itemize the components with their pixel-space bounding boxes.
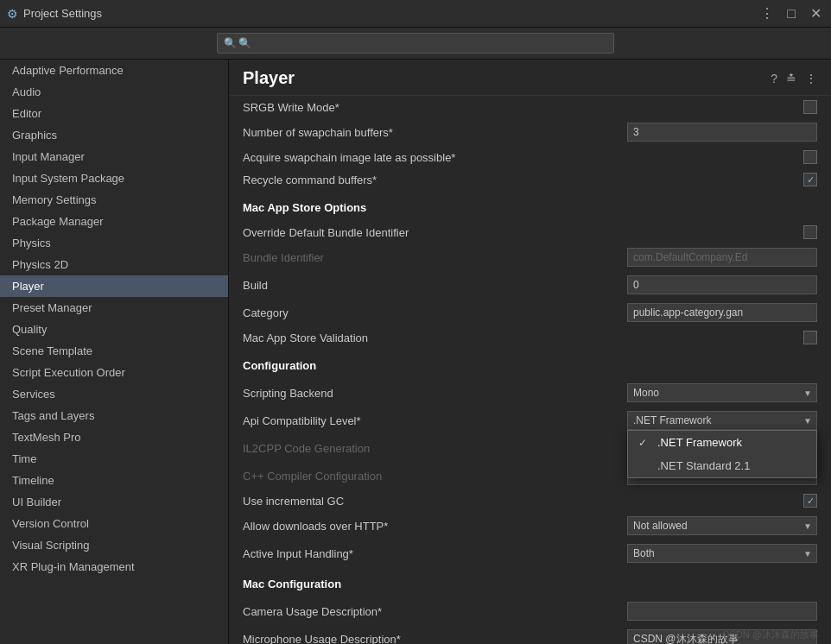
- sidebar-item-editor[interactable]: Editor: [0, 103, 228, 124]
- sidebar-item-graphics[interactable]: Graphics: [0, 124, 228, 146]
- setting-row-camera-usage: Camera Usage Description*: [243, 597, 817, 625]
- setting-label-category: Category: [243, 306, 627, 319]
- setting-label-allow-downloads: Allow downloads over HTTP*: [243, 520, 627, 533]
- setting-label-acquire-swapchain: Acquire swapchain image late as possible…: [243, 151, 803, 164]
- setting-label-active-input: Active Input Handling*: [243, 547, 627, 560]
- search-input[interactable]: [217, 33, 614, 54]
- sidebar-item-script-execution-order[interactable]: Script Execution Order: [0, 362, 228, 383]
- section-title-mac-app-store: Mac App Store Options: [243, 191, 817, 221]
- title-bar: ⚙ Project Settings ⋮ □ ✕: [0, 0, 831, 28]
- setting-row-bundle-identifier: Bundle Identifier: [243, 243, 817, 271]
- sidebar-item-memory-settings[interactable]: Memory Settings: [0, 189, 228, 211]
- sidebar-item-physics[interactable]: Physics: [0, 232, 228, 254]
- section-mac-app-store: Mac App Store OptionsOverride Default Bu…: [229, 191, 831, 349]
- setting-label-build: Build: [243, 279, 627, 292]
- sidebar-item-adaptive-performance[interactable]: Adaptive Performance: [0, 60, 228, 81]
- maximize-button[interactable]: □: [783, 5, 800, 22]
- setting-row-scripting-backend: Scripting BackendMono▼: [243, 379, 817, 407]
- checkbox-mac-app-store-validation[interactable]: [803, 331, 817, 344]
- sidebar-item-player[interactable]: Player: [0, 275, 228, 297]
- sidebar-item-input-manager[interactable]: Input Manager: [0, 146, 228, 167]
- setting-label-incremental-gc: Use incremental GC: [243, 495, 803, 508]
- setting-value-allow-downloads: Not allowed▼: [627, 516, 817, 535]
- setting-label-bundle-identifier: Bundle Identifier: [243, 251, 627, 264]
- page-title: Player: [243, 68, 295, 88]
- text-input-build[interactable]: [627, 275, 817, 294]
- search-bar: 🔍: [0, 28, 831, 60]
- sidebar-item-xr-plugin-management[interactable]: XR Plug-in Management: [0, 556, 228, 578]
- menu-icon[interactable]: ⋮: [805, 72, 817, 85]
- sidebar-item-package-manager[interactable]: Package Manager: [0, 211, 228, 232]
- sidebar-item-tags-and-layers[interactable]: Tags and Layers: [0, 405, 228, 426]
- setting-value-override-bundle: [803, 225, 817, 239]
- sidebar-item-physics-2d[interactable]: Physics 2D: [0, 254, 228, 275]
- setting-value-category: [627, 303, 817, 322]
- setting-label-recycle-command: Recycle command buffers*: [243, 174, 803, 186]
- setting-row-build: Build: [243, 271, 817, 299]
- window-controls: ⋮ □ ✕: [758, 5, 824, 22]
- setting-value-bundle-identifier: [627, 248, 817, 267]
- dropdown-allow-downloads[interactable]: Not allowed: [627, 516, 817, 535]
- setting-row-acquire-swapchain: Acquire swapchain image late as possible…: [243, 146, 817, 168]
- text-input-bundle-identifier[interactable]: [627, 248, 817, 267]
- setting-row-recycle-command: Recycle command buffers*: [243, 168, 817, 191]
- setting-value-mac-app-store-validation: [803, 331, 817, 344]
- popup-item-net-framework[interactable]: ✓.NET Framework: [628, 431, 816, 454]
- text-input-category[interactable]: [627, 303, 817, 322]
- watermark: CSDN @沐沐森的故事: [723, 628, 819, 641]
- window-title: Project Settings: [23, 7, 102, 20]
- text-input-camera-usage[interactable]: [627, 602, 817, 621]
- checkbox-srgb-write-mode[interactable]: [803, 100, 817, 114]
- dropdown-api-compatibility[interactable]: .NET Framework: [627, 411, 817, 430]
- setting-row-mac-app-store-validation: Mac App Store Validation: [243, 326, 817, 349]
- setting-value-api-compatibility: .NET Framework▼✓.NET Framework.NET Stand…: [627, 411, 817, 430]
- setting-row-srgb-write-mode: SRGB Write Mode*: [243, 96, 817, 118]
- sidebar-item-ui-builder[interactable]: UI Builder: [0, 491, 228, 513]
- sidebar-item-audio[interactable]: Audio: [0, 81, 228, 103]
- sidebar-item-textmesh-pro[interactable]: TextMesh Pro: [0, 426, 228, 448]
- section-title-mac-configuration: Mac Configuration: [243, 567, 817, 597]
- setting-row-category: Category: [243, 299, 817, 326]
- setting-value-incremental-gc: [803, 494, 817, 508]
- setting-label-override-bundle: Override Default Bundle Identifier: [243, 226, 803, 239]
- popup-label-net-framework: .NET Framework: [657, 436, 742, 449]
- popup-label-net-standard: .NET Standard 2.1: [657, 459, 750, 472]
- setting-value-scripting-backend: Mono▼: [627, 383, 817, 402]
- sidebar-item-quality[interactable]: Quality: [0, 319, 228, 340]
- sidebar-item-version-control[interactable]: Version Control: [0, 513, 228, 534]
- content-header: Player ? ≛ ⋮: [229, 60, 831, 96]
- search-icon: 🔍: [224, 37, 237, 49]
- sidebar-item-services[interactable]: Services: [0, 383, 228, 405]
- help-icon[interactable]: ?: [771, 72, 777, 85]
- popup-check-net-framework: ✓: [638, 437, 650, 449]
- setting-value-swapchain-buffers: [627, 123, 817, 142]
- setting-row-active-input: Active Input Handling*Both▼: [243, 540, 817, 567]
- sidebar-item-time[interactable]: Time: [0, 448, 228, 470]
- setting-row-override-bundle: Override Default Bundle Identifier: [243, 221, 817, 243]
- setting-value-active-input: Both▼: [627, 544, 817, 563]
- setting-value-srgb-write-mode: [803, 100, 817, 114]
- sidebar-item-input-system-package[interactable]: Input System Package: [0, 167, 228, 189]
- sidebar-item-visual-scripting[interactable]: Visual Scripting: [0, 534, 228, 556]
- dropdown-popup-api-compatibility: ✓.NET Framework.NET Standard 2.1: [627, 430, 817, 478]
- checkbox-incremental-gc[interactable]: [803, 494, 817, 508]
- setting-label-scripting-backend: Scripting Backend: [243, 387, 627, 400]
- dropdown-scripting-backend[interactable]: Mono: [627, 383, 817, 402]
- text-input-swapchain-buffers[interactable]: [627, 123, 817, 142]
- content-scroll[interactable]: SRGB Write Mode*Number of swapchain buff…: [229, 96, 831, 644]
- search-wrapper: 🔍: [217, 33, 614, 54]
- setting-label-microphone-usage: Microphone Usage Description*: [243, 633, 627, 645]
- more-options-button[interactable]: ⋮: [758, 5, 776, 22]
- sidebar-item-preset-manager[interactable]: Preset Manager: [0, 297, 228, 319]
- preset-icon[interactable]: ≛: [786, 72, 796, 85]
- checkbox-override-bundle[interactable]: [803, 225, 817, 239]
- close-button[interactable]: ✕: [807, 5, 824, 22]
- dropdown-active-input[interactable]: Both: [627, 544, 817, 563]
- checkbox-recycle-command[interactable]: [803, 173, 817, 186]
- sidebar-item-scene-template[interactable]: Scene Template: [0, 340, 228, 362]
- setting-label-il2cpp-code-gen: IL2CPP Code Generation: [243, 442, 627, 455]
- popup-item-net-standard[interactable]: .NET Standard 2.1: [628, 454, 816, 477]
- sidebar-item-timeline[interactable]: Timeline: [0, 470, 228, 491]
- dropdown-wrapper-active-input: Both▼: [627, 544, 817, 563]
- checkbox-acquire-swapchain[interactable]: [803, 150, 817, 164]
